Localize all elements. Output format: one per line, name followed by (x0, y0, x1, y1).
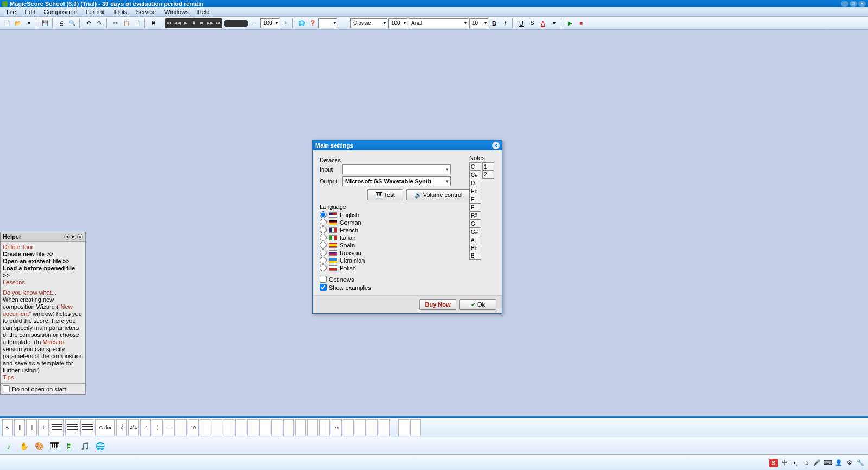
help-icon[interactable]: ❓ (308, 18, 317, 28)
keyboard-tray-icon[interactable]: ⌨ (824, 459, 832, 467)
mic-icon[interactable]: 🎤 (813, 459, 821, 467)
buy-now-button[interactable]: Buy Now (419, 299, 456, 310)
hand-tool-icon[interactable]: ✋ (17, 440, 30, 453)
note-g[interactable]: G (469, 219, 481, 227)
menu-windows[interactable]: Windows (160, 9, 193, 15)
tool-11[interactable] (247, 419, 258, 436)
help-dropdown[interactable] (318, 18, 337, 28)
cursor-tool-icon[interactable]: ↖ (2, 419, 13, 436)
notenum-2[interactable]: 2 (482, 170, 494, 179)
open-existent-link[interactable]: Open an existent file >> (3, 258, 83, 265)
tips-link[interactable]: Tips (3, 374, 83, 381)
note-bb[interactable]: Bb (469, 244, 481, 252)
helper-fwd-icon[interactable]: ▶ (71, 234, 76, 240)
tool-5[interactable] (176, 419, 187, 436)
minimize-button[interactable]: – (841, 1, 848, 7)
lessons-link[interactable]: Lessons (3, 279, 83, 286)
play-icon[interactable]: ▶ (182, 19, 189, 28)
tool-13[interactable] (271, 419, 282, 436)
punct-icon[interactable]: •, (791, 459, 800, 467)
save-icon[interactable]: 💾 (40, 18, 50, 28)
music-file-icon[interactable]: 🎵 (78, 440, 91, 453)
output-combo[interactable]: Microsoft GS Wavetable Synth (342, 176, 451, 186)
open-icon[interactable]: 📂 (13, 18, 23, 28)
note-icon[interactable]: ♪ (2, 440, 15, 453)
redo-icon[interactable]: ↷ (94, 18, 104, 28)
no-open-checkbox[interactable] (3, 385, 10, 392)
bold-icon[interactable]: B (489, 18, 499, 28)
ime-icon[interactable]: S (769, 459, 778, 467)
get-news-checkbox[interactable]: Get news (320, 276, 495, 283)
italic-icon[interactable]: I (500, 18, 510, 28)
palette-icon[interactable]: 🎨 (33, 440, 46, 453)
notenum-1[interactable]: 1 (482, 162, 494, 170)
tool-19[interactable] (343, 419, 354, 436)
barline2-icon[interactable]: ‖ (26, 419, 37, 436)
staff-icon[interactable] (50, 419, 64, 436)
paste-icon[interactable]: 📄 (132, 18, 142, 28)
stop-red-icon[interactable]: ■ (576, 18, 586, 28)
zoom-dropdown[interactable]: 100 (388, 18, 407, 28)
tool-14[interactable] (283, 419, 294, 436)
print-icon[interactable]: 🖨 (56, 18, 66, 28)
note-fs[interactable]: F# (469, 211, 481, 219)
input-combo[interactable] (342, 164, 451, 174)
font-dropdown[interactable]: Arial (409, 18, 468, 28)
online-tour-link[interactable]: Online Tour (3, 244, 83, 251)
fontsize-dropdown[interactable]: 10 (469, 18, 488, 28)
tool-23[interactable] (398, 419, 409, 436)
note-gs[interactable]: G# (469, 227, 481, 236)
globe-icon[interactable]: 🌐 (93, 440, 106, 453)
style-dropdown[interactable]: Classic (350, 18, 387, 28)
tool-20[interactable] (355, 419, 366, 436)
settings-tray-icon[interactable]: ⚙ (845, 459, 854, 467)
menu-format[interactable]: Format (81, 9, 109, 15)
helper-back-icon[interactable]: ◀ (64, 234, 70, 240)
helper-close-icon[interactable]: × (77, 234, 83, 240)
tool-12[interactable] (259, 419, 270, 436)
note-b[interactable]: B (469, 252, 481, 260)
note-cs[interactable]: C# (469, 170, 481, 179)
undo-icon[interactable]: ↶ (84, 18, 93, 28)
timesig-icon[interactable]: 4/4 (128, 419, 139, 436)
note-f[interactable]: F (469, 203, 481, 211)
menu-file[interactable]: File (2, 9, 21, 15)
plus-icon[interactable]: + (280, 18, 290, 28)
tool-7[interactable] (200, 419, 210, 436)
menu-composition[interactable]: Composition (40, 9, 81, 15)
skip-back-icon[interactable]: ⏮ (165, 19, 173, 28)
close-button[interactable]: × (858, 1, 866, 7)
chevron-down-icon[interactable]: ▾ (549, 18, 559, 28)
load-before-link[interactable]: Load a before opened file >> (3, 265, 83, 279)
note-c[interactable]: C (469, 162, 481, 170)
dialog-header[interactable]: Main settings × (313, 141, 502, 150)
wrench-icon[interactable]: 🔧 (856, 459, 865, 467)
show-examples-checkbox[interactable]: Show examples (320, 284, 495, 291)
tool-24[interactable] (410, 419, 421, 436)
pause-icon[interactable]: ⏸ (190, 19, 197, 28)
mixer-icon[interactable]: 🎛 (63, 440, 76, 453)
emoji-icon[interactable]: ☺ (802, 459, 810, 467)
tool-17[interactable] (319, 419, 330, 436)
cut-icon[interactable]: ✂ (111, 18, 120, 28)
help-globe-icon[interactable]: 🌐 (297, 18, 307, 28)
num-button[interactable]: 10 (188, 419, 199, 436)
stop-icon[interactable]: ⏹ (198, 19, 206, 28)
delete-icon[interactable]: ✖ (149, 18, 158, 28)
tempo-value[interactable]: 100 (260, 18, 279, 28)
ime-lang-icon[interactable]: 中 (780, 459, 789, 467)
note-e[interactable]: E (469, 195, 481, 203)
lang-polish[interactable]: Polish (320, 264, 495, 271)
ok-button[interactable]: ✔Ok (459, 299, 496, 310)
quarter-note-icon[interactable]: ♩ (38, 419, 49, 436)
tool-9[interactable] (224, 419, 234, 436)
tool-15[interactable] (295, 419, 306, 436)
tool-22[interactable] (379, 419, 390, 436)
fontcolor-icon[interactable]: A (538, 18, 548, 28)
user-tray-icon[interactable]: 👤 (834, 459, 843, 467)
dialog-close-icon[interactable]: × (492, 142, 500, 149)
forward-icon[interactable]: ▶▶ (206, 19, 214, 28)
barline-icon[interactable]: ∥ (14, 419, 25, 436)
strike-icon[interactable]: S (527, 18, 537, 28)
copy-icon[interactable]: 📋 (122, 18, 131, 28)
